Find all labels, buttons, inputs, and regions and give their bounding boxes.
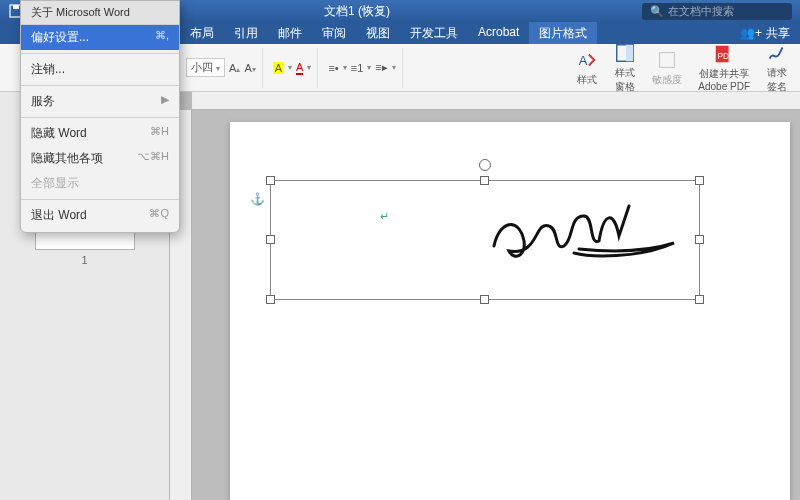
picture-selection[interactable] — [270, 180, 700, 300]
share-icon: 👥+ — [740, 26, 762, 40]
menu-item-label: 退出 Word — [31, 207, 87, 224]
sensitivity-button[interactable]: 敏感度 — [646, 47, 688, 89]
styles-icon: A — [576, 49, 598, 71]
menu-item-label: 隐藏其他各项 — [31, 150, 103, 167]
resize-handle-bm[interactable] — [480, 295, 489, 304]
resize-handle-tm[interactable] — [480, 176, 489, 185]
tab-mailings[interactable]: 邮件 — [268, 22, 312, 44]
search-icon: 🔍 — [650, 5, 664, 18]
sign-icon — [766, 42, 788, 64]
share-label: 共享 — [766, 25, 790, 42]
styles-pane-icon — [614, 42, 636, 64]
search-placeholder: 在文档中搜索 — [668, 4, 734, 19]
svg-text:PDF: PDF — [718, 52, 735, 61]
anchor-icon: ⚓ — [250, 192, 265, 206]
menu-item[interactable]: 服务▶ — [21, 89, 179, 114]
menu-item-shortcut: ⌥⌘H — [137, 150, 169, 167]
thumbnail-page-number: 1 — [8, 254, 161, 266]
tab-references[interactable]: 引用 — [224, 22, 268, 44]
share-button[interactable]: 👥+ 共享 — [730, 22, 800, 44]
font-color-icon[interactable]: A — [296, 61, 303, 75]
bullets-icon[interactable]: ≡• — [328, 62, 338, 74]
resize-handle-tr[interactable] — [695, 176, 704, 185]
svg-rect-4 — [626, 44, 633, 61]
highlight-icon[interactable]: A — [273, 62, 284, 74]
tab-review[interactable]: 审阅 — [312, 22, 356, 44]
numbering-icon[interactable]: ≡1 — [351, 62, 364, 74]
menu-item[interactable]: 注销... — [21, 57, 179, 82]
menu-item-shortcut: ⌘, — [155, 29, 169, 46]
menu-separator — [21, 53, 179, 54]
menu-item-label: 偏好设置... — [31, 29, 89, 46]
styles-button[interactable]: A 样式 — [570, 47, 604, 89]
resize-handle-ml[interactable] — [266, 235, 275, 244]
menu-item-label: 服务 — [31, 93, 55, 110]
search-input[interactable]: 🔍 在文档中搜索 — [642, 3, 792, 20]
sensitivity-icon — [656, 49, 678, 71]
menu-item-shortcut: ⌘H — [150, 125, 169, 142]
menu-item[interactable]: 隐藏其他各项⌥⌘H — [21, 146, 179, 171]
submenu-arrow-icon: ▶ — [161, 93, 169, 110]
svg-text:A: A — [579, 52, 588, 67]
resize-handle-tl[interactable] — [266, 176, 275, 185]
request-sign-button[interactable]: 请求 签名 — [760, 47, 794, 89]
app-menu[interactable]: 关于 Microsoft Word 偏好设置...⌘,注销...服务▶隐藏 Wo… — [20, 0, 180, 233]
menu-item-label: 隐藏 Word — [31, 125, 87, 142]
app-menu-title: 关于 Microsoft Word — [21, 1, 179, 25]
resize-handle-br[interactable] — [695, 295, 704, 304]
horizontal-ruler[interactable] — [192, 92, 800, 110]
document-canvas[interactable]: ⚓ ↵ — [170, 92, 800, 500]
menu-item[interactable]: 偏好设置...⌘, — [21, 25, 179, 50]
adobe-pdf-button[interactable]: PDF 创建并共享 Adobe PDF — [692, 47, 756, 89]
tab-layout[interactable]: 布局 — [180, 22, 224, 44]
tab-picture-format[interactable]: 图片格式 — [529, 22, 597, 44]
menu-separator — [21, 85, 179, 86]
menu-item-label: 全部显示 — [31, 175, 79, 192]
menu-separator — [21, 199, 179, 200]
menu-item-shortcut: ⌘Q — [149, 207, 169, 224]
rotate-handle[interactable] — [479, 159, 491, 171]
decrease-font-icon[interactable]: A▾ — [244, 62, 255, 74]
svg-rect-5 — [660, 52, 675, 67]
resize-handle-bl[interactable] — [266, 295, 275, 304]
font-size-select[interactable]: 小四 ▾ — [186, 58, 225, 77]
menu-item[interactable]: 退出 Word⌘Q — [21, 203, 179, 228]
adobe-pdf-icon: PDF — [713, 43, 735, 65]
multilevel-icon[interactable]: ≡▸ — [375, 61, 387, 74]
menu-item: 全部显示 — [21, 171, 179, 196]
styles-pane-button[interactable]: 样式 窗格 — [608, 47, 642, 89]
resize-handle-mr[interactable] — [695, 235, 704, 244]
page[interactable]: ⚓ ↵ — [230, 122, 790, 500]
tab-acrobat[interactable]: Acrobat — [468, 22, 529, 44]
signature-image[interactable] — [479, 191, 679, 286]
increase-font-icon[interactable]: A▴ — [229, 62, 240, 74]
tab-developer[interactable]: 开发工具 — [400, 22, 468, 44]
svg-rect-1 — [13, 5, 19, 9]
tab-view[interactable]: 视图 — [356, 22, 400, 44]
menu-item[interactable]: 隐藏 Word⌘H — [21, 121, 179, 146]
menu-separator — [21, 117, 179, 118]
menu-item-label: 注销... — [31, 61, 65, 78]
